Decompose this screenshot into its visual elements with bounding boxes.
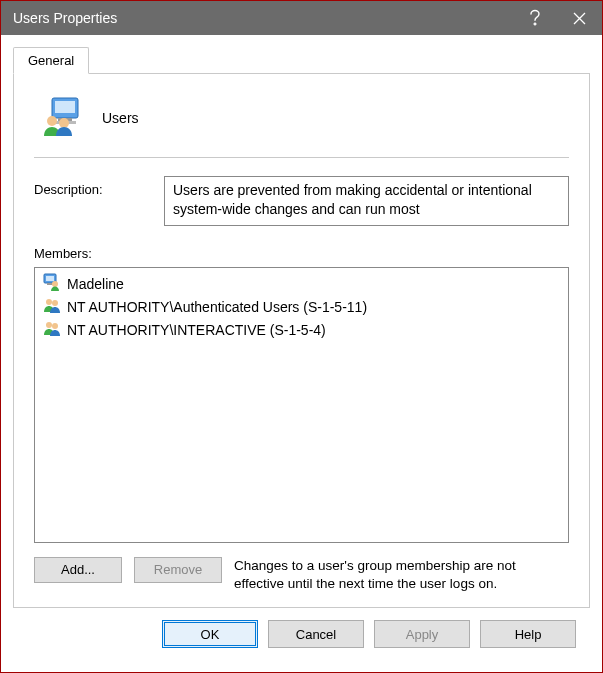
group-icon [43,319,61,340]
svg-point-5 [47,116,57,126]
group-icon [43,296,61,317]
group-header: Users [34,92,569,157]
group-name: Users [102,110,139,126]
tab-panel-general: Users Description: Users are prevented f… [13,73,590,608]
dialog-footer: OK Cancel Apply Help [13,608,590,660]
titlebar: Users Properties [1,1,602,35]
add-button[interactable]: Add... [34,557,122,583]
members-label: Members: [34,246,569,261]
member-name: NT AUTHORITY\INTERACTIVE (S-1-5-4) [67,322,326,338]
description-row: Description: Users are prevented from ma… [34,176,569,226]
svg-point-10 [52,281,58,287]
close-button[interactable] [557,1,602,35]
window-title: Users Properties [13,10,512,26]
tabstrip: General [13,45,590,73]
list-item[interactable]: NT AUTHORITY\INTERACTIVE (S-1-5-4) [41,318,562,341]
cancel-button[interactable]: Cancel [268,620,364,648]
help-icon [528,9,542,27]
svg-point-12 [52,300,58,306]
description-input[interactable]: Users are prevented from making accident… [164,176,569,226]
svg-point-11 [46,299,52,305]
close-icon [573,12,586,25]
svg-point-0 [533,23,535,25]
ok-button[interactable]: OK [162,620,258,648]
members-list[interactable]: Madeline NT AUTHORITY\Authenticated User… [34,267,569,543]
dialog-window: Users Properties General [0,0,603,673]
description-label: Description: [34,176,144,197]
list-item[interactable]: Madeline [41,272,562,295]
user-icon [43,273,61,294]
svg-rect-8 [46,276,54,281]
divider [34,157,569,158]
member-name: Madeline [67,276,124,292]
client-area: General Users [1,35,602,672]
users-group-icon [40,96,84,139]
help-button[interactable] [512,1,557,35]
svg-point-14 [52,323,58,329]
remove-button[interactable]: Remove [134,557,222,583]
members-actions-row: Add... Remove Changes to a user's group … [34,557,569,593]
membership-note: Changes to a user's group membership are… [234,557,569,593]
list-item[interactable]: NT AUTHORITY\Authenticated Users (S-1-5-… [41,295,562,318]
svg-point-13 [46,322,52,328]
svg-point-6 [59,118,69,128]
apply-button[interactable]: Apply [374,620,470,648]
tab-general[interactable]: General [13,47,89,74]
member-name: NT AUTHORITY\Authenticated Users (S-1-5-… [67,299,367,315]
svg-rect-2 [55,101,75,113]
help-footer-button[interactable]: Help [480,620,576,648]
